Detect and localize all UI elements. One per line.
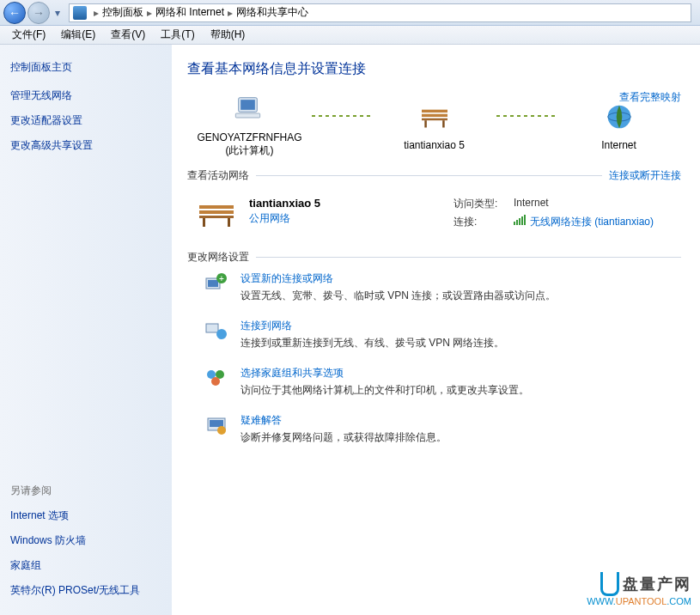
menu-tools[interactable]: 工具(T): [154, 26, 201, 44]
sidebar-sharing[interactable]: 更改高级共享设置: [10, 133, 161, 158]
watermark-url: WWW.UPANTOOL.COM: [587, 596, 691, 606]
svg-rect-6: [424, 120, 427, 127]
sidebar-inet-options[interactable]: Internet 选项: [10, 503, 161, 528]
control-panel-icon: [73, 6, 87, 20]
network-name: tiantianxiao 5: [249, 197, 320, 210]
sidebar-intel-proset[interactable]: 英特尔(R) PROSet/无线工具: [10, 578, 161, 603]
svg-rect-16: [208, 280, 218, 287]
signal-icon: [514, 215, 527, 229]
svg-rect-7: [442, 120, 445, 127]
connection-line: [312, 115, 372, 117]
wireless-connection-link[interactable]: 无线网络连接 (tiantianxiao): [530, 215, 654, 229]
new-connection-icon: +: [204, 271, 228, 295]
setting-link[interactable]: 连接到网络: [240, 319, 504, 333]
bc-sharing-center[interactable]: 网络和共享中心: [236, 5, 308, 20]
connection-line: [496, 115, 557, 117]
sidebar-firewall[interactable]: Windows 防火墙: [10, 528, 161, 553]
right-arrow-icon: →: [33, 6, 45, 20]
svg-rect-2: [235, 113, 259, 118]
active-network-block: tiantianxiao 5 公用网络 访问类型: Internet 连接: 无…: [187, 190, 681, 240]
svg-rect-4: [422, 113, 447, 116]
sidebar-homegroup[interactable]: 家庭组: [10, 553, 161, 578]
svg-rect-19: [206, 324, 218, 332]
view-full-map-link[interactable]: 查看完整映射: [619, 90, 681, 105]
setting-link[interactable]: 疑难解答: [240, 413, 447, 428]
network-map: 查看完整映射 GENOYATZFRNFHAG (此计算机) tiantianxi…: [187, 90, 681, 158]
network-type-link[interactable]: 公用网络: [249, 211, 320, 226]
menu-file[interactable]: 文件(F): [5, 26, 52, 44]
u-logo-icon: [600, 572, 619, 596]
watermark: 盘量产网 WWW.UPANTOOL.COM: [587, 572, 691, 606]
sidebar: 控制面板主页 管理无线网络 更改适配器设置 更改高级共享设置 另请参阅 Inte…: [0, 45, 172, 615]
history-dropdown[interactable]: ▾: [52, 2, 64, 24]
page-title: 查看基本网络信息并设置连接: [187, 60, 681, 78]
map-network: tiantianxiao 5: [372, 98, 496, 151]
computer-icon: [231, 90, 269, 128]
setting-new-connection: + 设置新的连接或网络 设置无线、宽带、拨号、临时或 VPN 连接；或设置路由器…: [204, 271, 681, 303]
svg-rect-5: [422, 118, 447, 120]
connect-disconnect-link[interactable]: 连接或断开连接: [609, 168, 681, 183]
svg-rect-12: [199, 216, 234, 218]
map-this-pc: GENOYATZFRNFHAG (此计算机): [187, 90, 312, 158]
address-bar: ← → ▾ ▸ 控制面板 ▸ 网络和 Internet ▸ 网络和共享中心: [0, 0, 700, 26]
sidebar-adapter[interactable]: 更改适配器设置: [10, 108, 161, 133]
troubleshoot-icon: [204, 413, 228, 437]
setting-link[interactable]: 选择家庭组和共享选项: [240, 366, 529, 381]
sidebar-home[interactable]: 控制面板主页: [10, 57, 161, 83]
back-button[interactable]: ←: [3, 2, 26, 24]
menu-bar: 文件(F) 编辑(E) 查看(V) 工具(T) 帮助(H): [0, 26, 700, 45]
svg-rect-11: [199, 210, 234, 214]
setting-connect-network: 连接到网络 连接到或重新连接到无线、有线、拨号或 VPN 网络连接。: [204, 319, 681, 350]
content: 查看基本网络信息并设置连接 查看完整映射 GENOYATZFRNFHAG (此计…: [172, 45, 700, 615]
forward-button[interactable]: →: [27, 2, 50, 24]
left-arrow-icon: ←: [9, 6, 21, 20]
svg-rect-1: [240, 100, 255, 110]
svg-rect-14: [228, 218, 230, 227]
bc-network-internet[interactable]: 网络和 Internet: [155, 5, 224, 20]
svg-rect-13: [203, 218, 205, 227]
svg-point-23: [211, 377, 220, 386]
svg-rect-10: [199, 205, 234, 209]
sidebar-see-also: 另请参阅: [10, 477, 161, 503]
bc-control-panel[interactable]: 控制面板: [102, 5, 143, 20]
main-area: 控制面板主页 管理无线网络 更改适配器设置 更改高级共享设置 另请参阅 Inte…: [0, 45, 700, 615]
setting-troubleshoot: 疑难解答 诊断并修复网络问题，或获得故障排除信息。: [204, 413, 681, 445]
setting-link[interactable]: 设置新的连接或网络: [240, 271, 556, 286]
bench-icon: [416, 98, 453, 136]
homegroup-icon: [204, 366, 228, 390]
settings-list: + 设置新的连接或网络 设置无线、宽带、拨号、临时或 VPN 连接；或设置路由器…: [187, 271, 681, 445]
access-type: Internet: [514, 197, 549, 211]
section-active-networks: 查看活动网络 连接或断开连接: [187, 168, 681, 183]
section-change-settings: 更改网络设置: [187, 250, 681, 265]
bench-icon: [196, 197, 237, 231]
svg-text:+: +: [219, 274, 224, 283]
menu-edit[interactable]: 编辑(E): [54, 26, 102, 44]
svg-rect-3: [422, 109, 447, 112]
setting-homegroup: 选择家庭组和共享选项 访问位于其他网络计算机上的文件和打印机，或更改共享设置。: [204, 366, 681, 398]
menu-view[interactable]: 查看(V): [104, 26, 152, 44]
map-internet: Internet: [557, 98, 681, 151]
connect-network-icon: [204, 319, 228, 343]
menu-help[interactable]: 帮助(H): [204, 26, 253, 44]
breadcrumb[interactable]: ▸ 控制面板 ▸ 网络和 Internet ▸ 网络和共享中心: [69, 3, 691, 22]
svg-point-26: [217, 426, 226, 435]
sidebar-wireless[interactable]: 管理无线网络: [10, 83, 161, 108]
svg-point-20: [216, 329, 227, 339]
svg-rect-25: [210, 420, 223, 427]
